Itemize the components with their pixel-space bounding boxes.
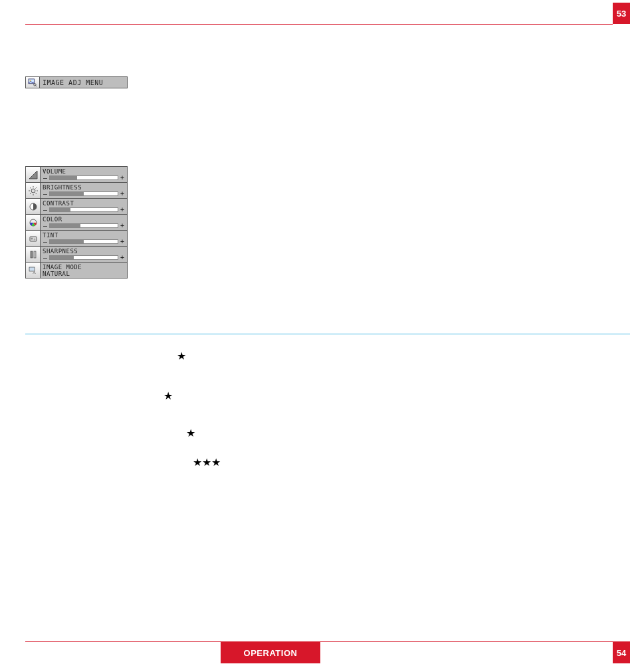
- slider-track[interactable]: [49, 255, 118, 260]
- sharpness-icon: [26, 247, 41, 263]
- setting-body: VOLUME – +: [41, 167, 128, 183]
- svg-marker-4: [29, 171, 37, 179]
- image-mode-value: NATURAL: [43, 271, 125, 277]
- setting-body: TINT – +: [41, 231, 128, 247]
- svg-point-2: [34, 84, 36, 86]
- plus-icon: +: [120, 223, 125, 229]
- setting-label: COLOR: [43, 216, 125, 223]
- setting-body: COLOR – +: [41, 215, 128, 231]
- svg-line-13: [30, 193, 31, 194]
- setting-row-volume: VOLUME – +: [26, 167, 128, 183]
- svg-rect-16: [30, 237, 37, 241]
- svg-point-18: [33, 238, 35, 240]
- svg-line-12: [35, 187, 37, 189]
- image-adj-menu-title: IMAGE ADJ MENU: [40, 76, 128, 88]
- setting-body: BRIGHTNESS – +: [41, 183, 128, 199]
- setting-label: IMAGE MODE: [43, 264, 125, 271]
- setting-body[interactable]: IMAGE MODE NATURAL: [41, 263, 128, 279]
- slider-fill: [50, 256, 74, 259]
- page-number-top: 53: [613, 3, 630, 24]
- slider-track[interactable]: [49, 175, 118, 180]
- star-bullet: ★: [186, 428, 195, 439]
- setting-row-image-mode: A IMAGE MODE NATURAL: [26, 263, 128, 279]
- svg-rect-20: [34, 251, 36, 258]
- contrast-icon: [26, 199, 41, 215]
- image-settings-panel: VOLUME – + BRIGHTNESS – + CONTRAST: [25, 166, 128, 279]
- minus-icon: –: [43, 239, 48, 245]
- setting-row-tint: TINT – +: [26, 231, 128, 247]
- star-bullet: ★: [163, 391, 173, 401]
- slider-fill: [50, 176, 77, 179]
- slider-track[interactable]: [49, 223, 118, 228]
- minus-icon: –: [43, 207, 48, 213]
- slider-track[interactable]: [49, 207, 118, 212]
- footer-section-label: OPERATION: [221, 642, 320, 663]
- top-divider: [25, 24, 613, 25]
- setting-label: VOLUME: [43, 168, 125, 175]
- tint-icon: [26, 231, 41, 247]
- image-mode-icon: A: [26, 263, 41, 279]
- setting-row-sharpness: SHARPNESS – +: [26, 247, 128, 263]
- plus-icon: +: [120, 239, 125, 245]
- color-icon: [26, 215, 41, 231]
- plus-icon: +: [120, 175, 125, 181]
- setting-label: CONTRAST: [43, 200, 125, 207]
- svg-line-11: [35, 193, 37, 194]
- bottom-divider: [25, 641, 630, 642]
- setting-body: CONTRAST – +: [41, 199, 128, 215]
- minus-icon: –: [43, 255, 48, 261]
- star-bullet: ★: [177, 351, 186, 362]
- svg-point-17: [31, 237, 33, 239]
- brightness-icon: [26, 183, 41, 199]
- star-bullet: ★★★: [193, 457, 221, 468]
- setting-label: TINT: [43, 232, 125, 239]
- slider-fill: [50, 208, 70, 211]
- svg-line-3: [36, 86, 37, 86]
- slider-fill: [50, 240, 84, 243]
- setting-row-color: COLOR – +: [26, 215, 128, 231]
- page-number-bottom: 54: [613, 642, 630, 663]
- setting-row-brightness: BRIGHTNESS – +: [26, 183, 128, 199]
- plus-icon: +: [120, 191, 125, 197]
- slider-fill: [50, 224, 80, 227]
- plus-icon: +: [120, 255, 125, 261]
- setting-row-contrast: CONTRAST – +: [26, 199, 128, 215]
- mid-divider: [25, 334, 630, 334]
- svg-point-5: [31, 189, 35, 193]
- minus-icon: –: [43, 191, 48, 197]
- minus-icon: –: [43, 175, 48, 181]
- image-adj-menu-panel: IMAGE ADJ MENU: [25, 76, 128, 88]
- svg-rect-0: [29, 79, 35, 84]
- slider-fill: [50, 192, 84, 195]
- minus-icon: –: [43, 223, 48, 229]
- image-adj-menu-icon: [25, 76, 40, 88]
- setting-label: SHARPNESS: [43, 248, 125, 255]
- slider-track[interactable]: [49, 239, 118, 244]
- setting-label: BRIGHTNESS: [43, 184, 125, 191]
- setting-body: SHARPNESS – +: [41, 247, 128, 263]
- slider-track[interactable]: [49, 191, 118, 196]
- plus-icon: +: [120, 207, 125, 213]
- volume-icon: [26, 167, 41, 183]
- svg-text:A: A: [33, 270, 36, 275]
- svg-line-10: [30, 187, 31, 189]
- svg-rect-19: [31, 251, 33, 258]
